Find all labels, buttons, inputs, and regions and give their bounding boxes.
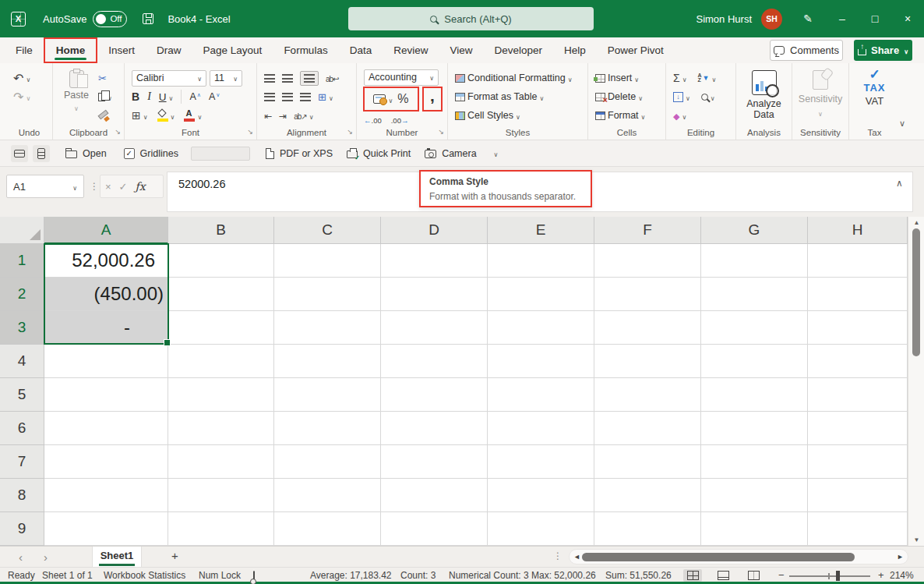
align-right-button[interactable]	[300, 93, 311, 101]
autosave-control[interactable]: AutoSave Off	[43, 11, 127, 27]
tab-data[interactable]: Data	[339, 37, 383, 63]
tab-draw[interactable]: Draw	[146, 37, 192, 63]
cell-d8[interactable]	[381, 479, 488, 512]
cut-button[interactable]	[98, 71, 107, 85]
cell-h6[interactable]	[808, 412, 908, 445]
align-middle-button[interactable]	[282, 74, 293, 83]
cell-f6[interactable]	[594, 412, 701, 445]
cell-b8[interactable]	[168, 479, 274, 512]
shrink-font-button[interactable]: A∨	[209, 91, 220, 102]
row-header-4[interactable]: 4	[0, 345, 44, 378]
row-header-1[interactable]: 1	[0, 244, 44, 278]
cell-c1[interactable]	[274, 244, 381, 278]
column-header-g[interactable]: G	[701, 217, 808, 244]
cell-d7[interactable]	[381, 445, 488, 479]
macro-record-icon[interactable]	[253, 572, 255, 582]
cell-d3[interactable]	[381, 311, 488, 345]
cell-c9[interactable]	[274, 512, 381, 546]
vertical-scroll-thumb[interactable]	[912, 228, 920, 356]
cell-f7[interactable]	[594, 445, 701, 479]
tab-review[interactable]: Review	[383, 37, 439, 63]
tab-formulas[interactable]: Formulas	[273, 37, 338, 63]
cell-d2[interactable]	[381, 278, 488, 311]
align-center-button[interactable]	[282, 93, 293, 101]
cell-g2[interactable]	[701, 278, 808, 311]
minimize-button[interactable]: –	[826, 0, 859, 37]
cell-h2[interactable]	[808, 278, 908, 311]
status-sheet-info[interactable]: Sheet 1 of 1	[42, 570, 93, 581]
cell-c6[interactable]	[274, 412, 381, 445]
cell-c3[interactable]	[274, 311, 381, 345]
cell-f2[interactable]	[594, 278, 701, 311]
cell-h8[interactable]	[808, 479, 908, 512]
search-input[interactable]: Search (Alt+Q)	[348, 7, 594, 30]
quick-print-button[interactable]: Quick Print	[347, 148, 411, 159]
cell-d6[interactable]	[381, 412, 488, 445]
close-button[interactable]: ×	[891, 0, 924, 37]
scroll-right-icon[interactable]: ►	[897, 553, 904, 561]
cancel-formula-button[interactable]: ×	[105, 181, 111, 193]
workbook-statistics-button[interactable]: Workbook Statistics	[104, 570, 185, 581]
enter-formula-button[interactable]: ✓	[119, 181, 128, 193]
cell-f9[interactable]	[594, 512, 701, 546]
paste-button[interactable]: Paste	[59, 70, 93, 113]
touch-mode-button[interactable]	[33, 145, 50, 162]
column-header-h[interactable]: H	[808, 217, 908, 244]
cell-f5[interactable]	[594, 378, 701, 412]
cell-b6[interactable]	[168, 412, 274, 445]
sheetbar-dots-icon[interactable]: ⋮	[553, 550, 563, 561]
tab-page-layout[interactable]: Page Layout	[192, 37, 273, 63]
select-all-button[interactable]	[0, 217, 44, 244]
cell-f3[interactable]	[594, 311, 701, 345]
tax-vat-button[interactable]: ✓ TAX VAT	[849, 69, 900, 107]
cell-c7[interactable]	[274, 445, 381, 479]
avatar[interactable]: SH	[761, 9, 782, 30]
row-header-5[interactable]: 5	[0, 378, 44, 412]
tab-power-pivot[interactable]: Power Pivot	[597, 37, 675, 63]
number-dialog-launcher[interactable]: ↘	[438, 128, 444, 136]
align-bottom-button[interactable]	[300, 71, 319, 86]
column-header-e[interactable]: E	[488, 217, 594, 244]
share-button[interactable]: Share	[854, 40, 912, 61]
autosave-toggle[interactable]: Off	[93, 11, 127, 27]
cell-e5[interactable]	[488, 378, 594, 412]
align-top-button[interactable]	[264, 74, 275, 83]
alignment-dialog-launcher[interactable]: ↘	[347, 128, 353, 136]
tab-view[interactable]: View	[439, 37, 483, 63]
cell-h1[interactable]	[808, 244, 908, 278]
orientation-button[interactable]	[294, 109, 313, 122]
name-box[interactable]: A1	[6, 175, 84, 198]
cell-d5[interactable]	[381, 378, 488, 412]
decrease-indent-button[interactable]	[264, 108, 272, 122]
zoom-slider-track[interactable]	[789, 575, 870, 577]
zoom-slider-thumb[interactable]	[836, 571, 840, 581]
open-button[interactable]: Open	[65, 148, 107, 159]
new-sheet-button[interactable]: +	[171, 549, 178, 562]
copy-button[interactable]	[98, 90, 112, 103]
cell-g5[interactable]	[701, 378, 808, 412]
gridlines-toggle[interactable]: ✓Gridlines	[124, 148, 178, 159]
excel-app-icon[interactable]: X	[11, 12, 26, 27]
align-left-button[interactable]	[264, 93, 275, 101]
tab-developer[interactable]: Developer	[483, 37, 553, 63]
tab-home[interactable]: Home	[44, 37, 98, 63]
scroll-left-icon[interactable]: ◄	[573, 553, 580, 561]
cell-b7[interactable]	[168, 445, 274, 479]
cell-g7[interactable]	[701, 445, 808, 479]
formula-bar-dots-icon[interactable]: ⋮	[90, 181, 99, 192]
column-header-a[interactable]: A	[44, 217, 168, 244]
zoom-level[interactable]: 214%	[890, 570, 914, 581]
cell-e8[interactable]	[488, 479, 594, 512]
cell-a1[interactable]: 52,000.26	[44, 244, 168, 278]
underline-button[interactable]: U	[159, 90, 174, 103]
cell-g1[interactable]	[701, 244, 808, 278]
redo-button[interactable]	[13, 90, 30, 104]
cell-f8[interactable]	[594, 479, 701, 512]
horizontal-scrollbar[interactable]: ◄ ►	[569, 549, 908, 565]
italic-button[interactable]: I	[147, 90, 151, 103]
ribbon-display-button[interactable]	[11, 145, 28, 162]
pdf-xps-button[interactable]: PDF or XPS	[266, 148, 333, 159]
cell-a5[interactable]	[44, 378, 168, 412]
cell-a7[interactable]	[44, 445, 168, 479]
zoom-out-button[interactable]: −	[778, 569, 785, 581]
